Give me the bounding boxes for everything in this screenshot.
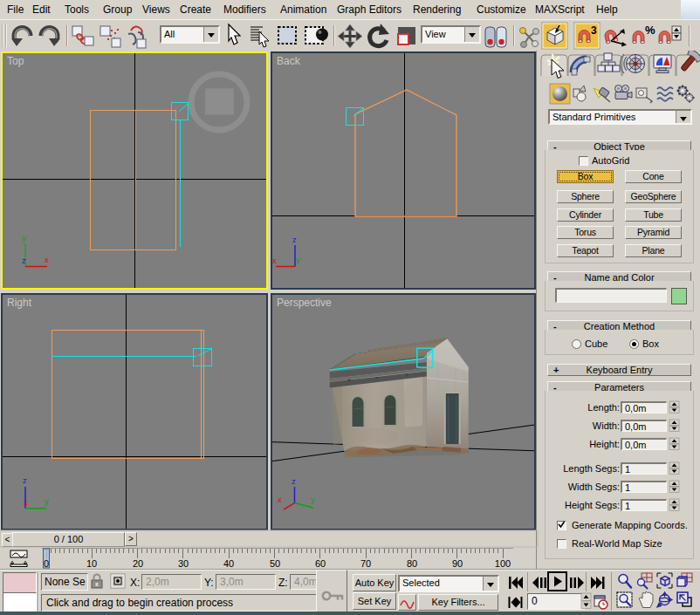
svg-text:y: y — [22, 233, 26, 243]
svg-text:0: 0 — [44, 558, 49, 569]
svg-text:z: z — [292, 476, 296, 486]
svg-text:50: 50 — [270, 558, 280, 569]
svg-text:Back: Back — [277, 55, 301, 67]
svg-text:x: x — [272, 256, 277, 265]
svg-text:80: 80 — [407, 558, 417, 569]
svg-text:10: 10 — [86, 558, 97, 569]
svg-text:60: 60 — [315, 558, 326, 569]
svg-text:30: 30 — [178, 558, 189, 569]
svg-text:y: y — [296, 255, 300, 264]
svg-text:70: 70 — [360, 558, 371, 569]
svg-text:y: y — [45, 496, 49, 506]
svg-text:z: z — [23, 475, 27, 485]
svg-text:20: 20 — [133, 558, 143, 569]
svg-text:x: x — [278, 495, 282, 504]
svg-text:3: 3 — [591, 24, 597, 37]
svg-text:40: 40 — [223, 558, 234, 569]
svg-text:Right: Right — [7, 297, 32, 309]
svg-text:%: % — [645, 24, 655, 37]
svg-text:Top: Top — [7, 55, 24, 67]
svg-text:100: 100 — [495, 558, 511, 569]
svg-text:z: z — [292, 235, 297, 244]
svg-text:Perspective: Perspective — [277, 297, 332, 309]
svg-text:x: x — [24, 497, 28, 507]
svg-text:y: y — [311, 495, 315, 504]
svg-text:z: z — [22, 256, 26, 265]
svg-text:x: x — [45, 255, 49, 264]
svg-text:90: 90 — [452, 558, 463, 569]
